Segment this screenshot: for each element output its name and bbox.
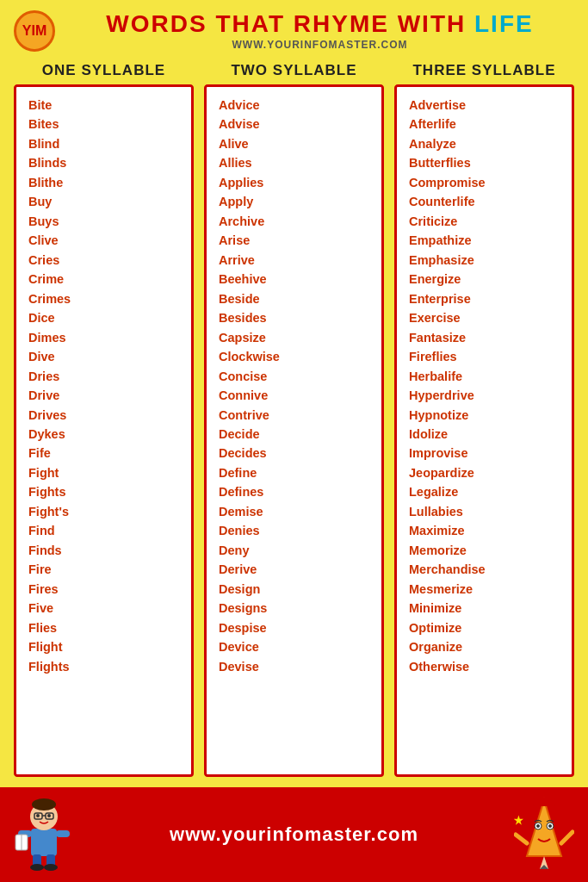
list-item: Capsize — [219, 328, 369, 347]
list-item: Blinds — [28, 153, 179, 172]
list-item: Applies — [219, 173, 369, 192]
content-area: BiteBitesBlindBlindsBlitheBuyBuysCliveCr… — [0, 84, 588, 787]
list-item: Dries — [28, 367, 179, 386]
list-item: Five — [28, 599, 179, 618]
list-item: Advise — [219, 115, 369, 134]
list-item: Organize — [409, 637, 560, 656]
list-item: Alive — [219, 134, 369, 153]
list-item: Blithe — [28, 173, 179, 192]
title-part1: WORDS THAT RHYME WITH — [106, 10, 474, 37]
list-item: Fights — [28, 482, 179, 501]
list-item: Decides — [219, 444, 369, 463]
list-item: Buy — [28, 192, 179, 211]
list-item: Drives — [28, 406, 179, 425]
list-item: Dice — [28, 308, 179, 327]
list-item: Butterflies — [409, 153, 560, 172]
list-item: Flies — [28, 618, 179, 637]
list-item: Merchandise — [409, 560, 560, 579]
list-item: Contrive — [219, 406, 369, 425]
footer-inner: www.yourinfomaster.com — [14, 796, 574, 873]
header: YIM WORDS THAT RHYME WITH LIFE WWW.YOURI… — [0, 0, 588, 55]
svg-point-2 — [32, 798, 56, 811]
list-item: Minimize — [409, 599, 560, 618]
list-item: Decide — [219, 425, 369, 444]
list-item: Find — [28, 521, 179, 540]
list-item: Flight — [28, 637, 179, 656]
svg-marker-16 — [527, 800, 561, 856]
list-item: Demise — [219, 502, 369, 521]
list-item: Optimize — [409, 618, 560, 637]
list-item: Apply — [219, 192, 369, 211]
list-item: Criticize — [409, 212, 560, 231]
boy-character — [14, 796, 74, 873]
col-header-one: ONE SYLLABLE — [14, 62, 194, 79]
list-item: Fight's — [28, 502, 179, 521]
list-item: Emphasize — [409, 251, 560, 270]
list-item: Fireflies — [409, 347, 560, 366]
list-item: Designs — [219, 599, 369, 618]
list-item: Finds — [28, 541, 179, 560]
list-item: Advertise — [409, 96, 560, 115]
list-item: Archive — [219, 212, 369, 231]
footer-url: www.yourinfomaster.com — [170, 823, 418, 846]
list-item: Crime — [28, 270, 179, 289]
list-item: Define — [219, 463, 369, 482]
list-item: Memorize — [409, 541, 560, 560]
list-item: Arise — [219, 231, 369, 250]
website-url-header: WWW.YOURINFOMASTER.COM — [232, 39, 408, 51]
svg-rect-0 — [31, 829, 57, 856]
svg-line-24 — [516, 835, 527, 843]
list-item: Beside — [219, 289, 369, 308]
svg-point-6 — [36, 814, 40, 817]
list-item: Hypnotize — [409, 406, 560, 425]
svg-point-23 — [548, 824, 552, 828]
list-item: Arrive — [219, 251, 369, 270]
col-header-two: TWO SYLLABLE — [204, 62, 384, 79]
svg-point-22 — [536, 824, 540, 828]
list-item: Bites — [28, 115, 179, 134]
list-item: Concise — [219, 367, 369, 386]
list-item: Fight — [28, 463, 179, 482]
list-item: Advice — [219, 96, 369, 115]
list-item: Afterlife — [409, 115, 560, 134]
list-item: Bite — [28, 96, 179, 115]
list-item: Legalize — [409, 482, 560, 501]
list-item: Hyperdrive — [409, 386, 560, 405]
list-item: Idolize — [409, 425, 560, 444]
list-item: Empathize — [409, 231, 560, 250]
list-item: Design — [219, 580, 369, 599]
column-headers: ONE SYLLABLE TWO SYLLABLE THREE SYLLABLE — [0, 55, 588, 84]
svg-rect-26 — [533, 798, 555, 806]
list-item: Devise — [219, 657, 369, 676]
list-item: Allies — [219, 153, 369, 172]
list-item: Device — [219, 637, 369, 656]
column-three-syllable: AdvertiseAfterlifeAnalyzeButterfliesComp… — [394, 84, 574, 777]
list-item: Enterprise — [409, 289, 560, 308]
list-item: Herbalife — [409, 367, 560, 386]
list-item: Mesmerize — [409, 580, 560, 599]
main-title: WORDS THAT RHYME WITH LIFE — [106, 11, 533, 38]
list-item: Energize — [409, 270, 560, 289]
list-item: Dimes — [28, 328, 179, 347]
list-item: Jeopardize — [409, 463, 560, 482]
list-item: Cries — [28, 251, 179, 270]
list-item: Fantasize — [409, 328, 560, 347]
list-item: Fire — [28, 560, 179, 579]
list-item: Otherwise — [409, 657, 560, 676]
list-item: Exercise — [409, 308, 560, 327]
list-item: Crimes — [28, 289, 179, 308]
list-item: Clockwise — [219, 347, 369, 366]
footer: www.yourinfomaster.com — [0, 787, 588, 882]
column-one-syllable: BiteBitesBlindBlindsBlitheBuyBuysCliveCr… — [14, 84, 194, 777]
logo: YIM — [14, 10, 55, 52]
list-item: Dive — [28, 347, 179, 366]
list-item: Beehive — [219, 270, 369, 289]
list-item: Clive — [28, 231, 179, 250]
list-item: Connive — [219, 386, 369, 405]
svg-point-7 — [47, 814, 51, 817]
pencil-character — [514, 796, 574, 873]
svg-rect-13 — [56, 830, 70, 837]
svg-point-11 — [44, 864, 58, 871]
list-item: Derive — [219, 560, 369, 579]
list-item: Fires — [28, 580, 179, 599]
